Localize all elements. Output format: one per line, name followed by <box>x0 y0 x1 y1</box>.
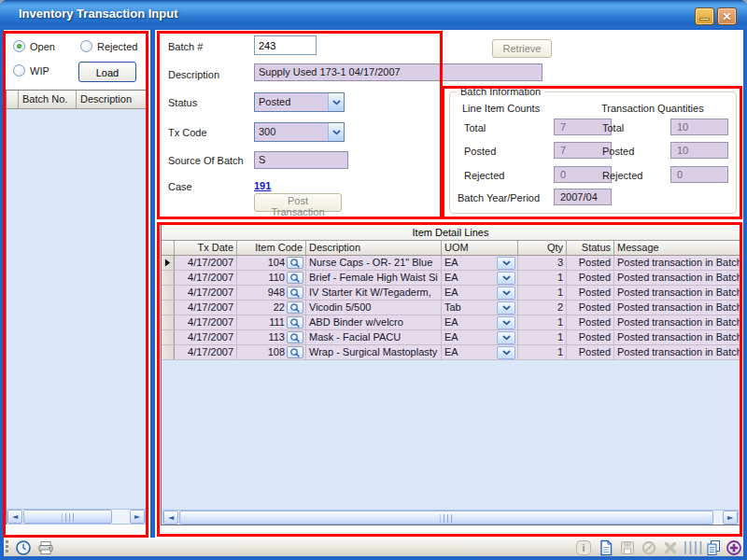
table-row[interactable]: 4/17/2007 108 Wrap - Surgical Mastoplast… <box>162 345 740 360</box>
item-code-cell: 111 <box>237 315 306 329</box>
radio-rejected[interactable] <box>80 40 92 52</box>
description-column-header[interactable]: Description <box>306 241 442 255</box>
delete-icon[interactable] <box>662 539 679 556</box>
radio-open[interactable] <box>13 40 25 52</box>
qty-column-header[interactable]: Qty <box>518 241 567 255</box>
item-lookup-button[interactable] <box>287 316 303 329</box>
description-cell: Nurse Caps - OR- 21" Blue <box>306 256 442 270</box>
item-code-cell: 22 <box>237 301 306 315</box>
scroll-thumb[interactable] <box>23 510 112 524</box>
minimize-button[interactable] <box>695 7 714 25</box>
scroll-left-icon[interactable]: ◄ <box>7 510 22 524</box>
scroll-thumb[interactable] <box>179 511 713 525</box>
post-transaction-button[interactable]: Post Transaction <box>254 193 342 212</box>
chevron-down-icon[interactable] <box>328 93 344 111</box>
uom-dropdown-button[interactable] <box>497 257 515 270</box>
quantities-total-field: 10 <box>670 119 728 135</box>
chevron-down-icon[interactable] <box>328 123 344 141</box>
radio-wip-label: WIP <box>30 65 49 77</box>
status-select[interactable]: Posted <box>254 92 345 112</box>
quantities-rejected-label: Rejected <box>602 170 642 181</box>
batch-year-period-label: Batch Year/Period <box>458 192 540 203</box>
tx-date-column-header[interactable]: Tx Date <box>175 241 237 255</box>
row-selector <box>162 271 175 285</box>
uom-dropdown-button[interactable] <box>497 316 515 329</box>
radio-rejected-label: Rejected <box>97 41 137 52</box>
item-lookup-button[interactable] <box>287 301 303 314</box>
batch-list[interactable]: Batch No. Description <box>6 90 147 525</box>
item-lookup-button[interactable] <box>287 346 303 358</box>
separator-bars-icon <box>683 539 703 556</box>
item-lookup-button[interactable] <box>287 257 303 269</box>
description-cell: ABD Binder w/velcro <box>306 315 442 329</box>
app-window: Inventory Transaction Input ✕ Open Rejec… <box>0 0 747 560</box>
source-of-batch-field[interactable]: S <box>254 151 348 169</box>
case-link[interactable]: 191 <box>254 180 271 191</box>
uom-dropdown-button[interactable] <box>497 331 515 344</box>
description-column-header[interactable]: Description <box>77 91 146 108</box>
batch-no-column-header[interactable]: Batch No. <box>19 91 77 108</box>
table-row[interactable]: 4/17/2007 948 IV Starter Kit W/Tegaderm,… <box>162 286 740 301</box>
close-icon: ✕ <box>718 8 736 25</box>
item-lookup-button[interactable] <box>287 287 303 299</box>
item-code-cell: 948 <box>237 286 306 300</box>
transaction-quantities-heading: Transaction Quantities <box>601 103 704 114</box>
uom-dropdown-button[interactable] <box>497 346 515 359</box>
clock-icon[interactable] <box>15 539 32 556</box>
message-cell: Posted transaction in Batch <box>614 286 740 300</box>
batch-year-period-field: 2007/04 <box>554 189 612 205</box>
message-column-header[interactable]: Message <box>614 241 740 255</box>
description-cell: Vicodin 5/500 <box>306 301 442 315</box>
title-bar: Inventory Transaction Input ✕ <box>0 0 747 28</box>
uom-cell: EA <box>442 330 518 344</box>
tx-code-select[interactable]: 300 <box>254 122 345 142</box>
batch-number-input[interactable] <box>254 35 317 55</box>
copy-documents-icon[interactable] <box>705 539 722 556</box>
scroll-right-icon[interactable]: ► <box>723 511 738 525</box>
item-lookup-button[interactable] <box>287 272 303 284</box>
retrieve-button[interactable]: Retrieve <box>492 39 552 58</box>
scroll-right-icon[interactable]: ► <box>130 510 145 524</box>
uom-dropdown-button[interactable] <box>497 301 515 315</box>
current-row-indicator <box>162 256 175 270</box>
message-cell: Posted transaction in Batch <box>614 315 740 329</box>
table-row[interactable]: 4/17/2007 113 Mask - Facial PACU EA 1 Po… <box>162 330 740 345</box>
batch-list-hscrollbar[interactable]: ◄ ► <box>7 509 146 525</box>
qty-cell: 1 <box>518 345 567 359</box>
uom-dropdown-button[interactable] <box>497 272 515 285</box>
detail-hscrollbar[interactable]: ◄ ► <box>162 510 739 525</box>
status-column-header[interactable]: Status <box>567 241 614 255</box>
item-lookup-button[interactable] <box>287 331 303 343</box>
table-row[interactable]: 4/17/2007 111 ABD Binder w/velcro EA 1 P… <box>162 315 740 330</box>
description-cell: IV Starter Kit W/Tegaderm, <box>306 286 442 300</box>
message-cell: Posted transaction in Batch <box>614 301 740 315</box>
save-icon[interactable] <box>619 539 636 556</box>
tx-date-cell: 4/17/2007 <box>175 315 237 329</box>
info-icon[interactable]: i <box>575 539 592 556</box>
tx-date-cell: 4/17/2007 <box>175 286 237 300</box>
scroll-left-icon[interactable]: ◄ <box>163 511 178 525</box>
close-button[interactable]: ✕ <box>717 7 737 25</box>
radio-open-label: Open <box>30 41 55 52</box>
quantities-rejected-field: 0 <box>670 166 728 183</box>
load-button[interactable]: Load <box>78 62 136 82</box>
toolbar-grip[interactable] <box>6 540 8 553</box>
batch-information-title: Batch Information <box>457 86 544 97</box>
description-field[interactable]: Supply Used 173-1 04/17/2007 <box>254 63 543 81</box>
row-selector-header <box>7 91 19 108</box>
table-row[interactable]: 4/17/2007 22 Vicodin 5/500 Tab 2 Posted … <box>162 301 740 315</box>
row-selector <box>162 345 175 359</box>
uom-column-header[interactable]: UOM <box>442 241 518 255</box>
table-row[interactable]: 4/17/2007 104 Nurse Caps - OR- 21" Blue … <box>162 256 740 271</box>
uom-cell: EA <box>442 286 518 300</box>
print-icon[interactable] <box>37 539 54 556</box>
radio-wip[interactable] <box>13 64 25 77</box>
new-document-icon[interactable] <box>598 539 614 556</box>
uom-dropdown-button[interactable] <box>497 287 515 300</box>
table-row[interactable]: 4/17/2007 110 Brief - Female High Waist … <box>162 271 740 286</box>
cancel-icon[interactable] <box>641 539 657 556</box>
item-code-column-header[interactable]: Item Code <box>237 241 306 255</box>
add-record-icon[interactable] <box>726 539 742 556</box>
qty-cell: 3 <box>518 256 567 270</box>
status-value: Posted <box>255 93 328 111</box>
